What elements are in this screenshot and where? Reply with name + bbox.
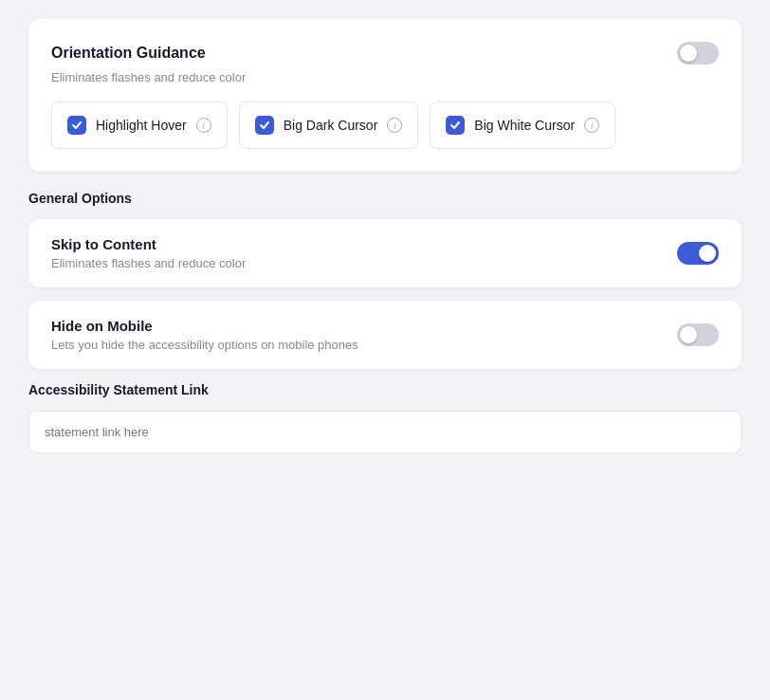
checkbox-big-dark-cursor[interactable]	[255, 116, 274, 135]
option-box-big-white-cursor: Big White Cursor i	[430, 101, 615, 149]
orientation-guidance-subtitle: Eliminates flashes and reduce color	[51, 70, 719, 84]
statement-link-input[interactable]	[28, 411, 742, 453]
orientation-guidance-toggle[interactable]	[677, 42, 719, 64]
toggle-thumb-mobile	[680, 326, 697, 343]
hide-on-mobile-text-group: Hide on Mobile Lets you hide the accessi…	[51, 318, 358, 352]
hide-on-mobile-title: Hide on Mobile	[51, 318, 358, 334]
hide-on-mobile-subtitle: Lets you hide the accessibility options …	[51, 338, 358, 352]
highlight-hover-info-icon[interactable]: i	[196, 118, 211, 133]
skip-to-content-text-group: Skip to Content Eliminates flashes and r…	[51, 236, 246, 270]
hide-on-mobile-toggle[interactable]	[677, 323, 719, 346]
skip-to-content-title: Skip to Content	[51, 236, 246, 252]
check-icon-big-dark-cursor	[259, 120, 270, 131]
checkbox-highlight-hover[interactable]	[67, 116, 86, 135]
general-options-heading: General Options	[28, 191, 742, 206]
check-icon-big-white-cursor	[449, 120, 461, 131]
accessibility-statement-heading: Accessibility Statement Link	[28, 382, 742, 397]
orientation-option-grid: Highlight Hover i Big Dark Cursor i	[51, 101, 719, 149]
orientation-guidance-card: Orientation Guidance Eliminates flashes …	[28, 19, 742, 172]
skip-to-content-subtitle: Eliminates flashes and reduce color	[51, 256, 246, 270]
page-wrapper: Orientation Guidance Eliminates flashes …	[0, 0, 770, 482]
skip-to-content-card: Skip to Content Eliminates flashes and r…	[28, 219, 742, 287]
highlight-hover-label: Highlight Hover	[96, 118, 187, 133]
big-dark-cursor-label: Big Dark Cursor	[284, 118, 378, 133]
option-box-big-dark-cursor: Big Dark Cursor i	[239, 101, 419, 149]
toggle-track-mobile	[677, 323, 719, 346]
big-dark-cursor-info-icon[interactable]: i	[387, 118, 402, 133]
toggle-track-skip	[677, 242, 719, 265]
skip-to-content-toggle[interactable]	[677, 242, 719, 265]
big-white-cursor-label: Big White Cursor	[474, 118, 575, 133]
big-white-cursor-info-icon[interactable]: i	[584, 118, 599, 133]
toggle-thumb-orientation	[680, 45, 697, 62]
option-box-highlight-hover: Highlight Hover i	[51, 101, 228, 149]
toggle-track-orientation	[677, 42, 719, 64]
orientation-guidance-title: Orientation Guidance	[51, 45, 206, 62]
hide-on-mobile-row: Hide on Mobile Lets you hide the accessi…	[51, 318, 719, 352]
check-icon-highlight-hover	[71, 120, 82, 131]
skip-to-content-row: Skip to Content Eliminates flashes and r…	[51, 236, 719, 270]
toggle-thumb-skip	[699, 245, 716, 262]
checkbox-big-white-cursor[interactable]	[446, 116, 465, 135]
hide-on-mobile-card: Hide on Mobile Lets you hide the accessi…	[28, 301, 742, 369]
orientation-guidance-header: Orientation Guidance	[51, 42, 719, 64]
